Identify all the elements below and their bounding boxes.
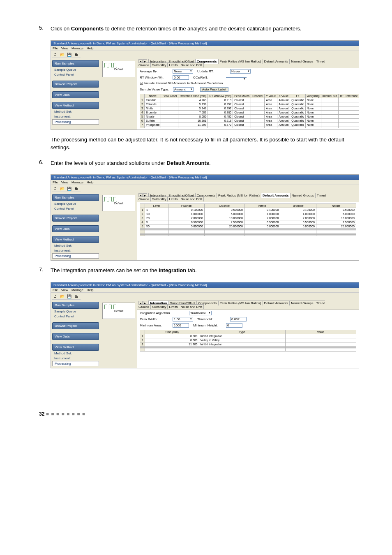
- table-row: 7Phosphate11.3990.570ClosestAreaAmountQu…: [140, 123, 359, 127]
- screenshot-integration: Standard Anions procmeth in Demo PM as S…: [51, 282, 359, 368]
- min-area-input[interactable]: 1000: [173, 323, 189, 328]
- components-table[interactable]: NamePeak LabelRetention Time (min)RT Win…: [140, 94, 359, 128]
- table-row: 4Bromide7.6030.380ClosestAreaAmountQuadr…: [140, 110, 359, 114]
- menubar[interactable]: FileViewManageHelp: [51, 180, 359, 185]
- page-footer: 32 ■ ■ ■ ■ ■ ■ ■ ■: [0, 407, 392, 417]
- thumbnail[interactable]: ⎍⎍⎍ Default: [102, 61, 135, 77]
- min-height-input[interactable]: 0: [226, 323, 242, 328]
- update-rt-select[interactable]: Never: [230, 69, 251, 74]
- item5-text: Click on Components to define the retent…: [51, 25, 359, 33]
- table-row: 110.1000000.5000000.1000000.1000000.5000…: [140, 208, 356, 212]
- item6-number: 6.: [39, 159, 51, 167]
- window-title: Standard Anions procmeth in Demo PM as S…: [51, 41, 359, 46]
- view-data-btn[interactable]: View Data: [52, 91, 99, 98]
- table-row: 450.5000002.5000000.5000000.5000002.5000…: [140, 220, 356, 224]
- menubar[interactable]: FileViewManageHelp: [51, 46, 359, 51]
- table-row: 20.000Valley to Valley: [140, 338, 356, 342]
- table-row: 3202.00000010.0000002.0000002.00000010.0…: [140, 216, 356, 220]
- table-row: 5Nitrate8.0000.400ClosestAreaAmountQuadr…: [140, 114, 359, 118]
- table-row: 1Fluoride4.2630.213ClosestAreaAmountQuad…: [140, 98, 359, 102]
- item7-number: 7.: [39, 266, 51, 275]
- run-samples-btn[interactable]: Run Samples: [52, 60, 99, 67]
- window-title: Standard Anions procmeth in Demo PM as S…: [51, 175, 359, 180]
- table-row: 5505.00000025.0000005.0000005.00000025.0…: [140, 224, 356, 229]
- control-panel-link[interactable]: Control Panel: [52, 72, 99, 77]
- default-amounts-table[interactable]: LevelFluorideChlorideNitriteBromideNitra…: [140, 204, 356, 236]
- sample-value-type-select[interactable]: Amount: [173, 87, 194, 92]
- peak-width-input[interactable]: 1.00: [173, 317, 193, 321]
- window-title: Standard Anions procmeth in Demo PM as S…: [51, 282, 359, 288]
- footer-dots: ■ ■ ■ ■ ■ ■ ■ ■: [46, 411, 85, 417]
- item7-text: The integration parameters can be set on…: [51, 266, 359, 275]
- item5-number: 5.: [39, 25, 51, 33]
- ccalref-select[interactable]: [226, 77, 247, 78]
- after-item5-text: The processing method can be adjusted la…: [51, 136, 359, 152]
- table-row: 311.700Inhibit Integration: [140, 342, 356, 346]
- item6-text: Enter the levels of your standard soluti…: [51, 159, 359, 167]
- table-row: 10.000Inhibit Integration: [140, 334, 356, 338]
- threshold-input[interactable]: 0.002: [230, 317, 247, 321]
- toolbar-icons[interactable]: 🗋 📂 💾 🖶: [52, 52, 81, 58]
- average-by-select[interactable]: None: [173, 69, 193, 74]
- table-row: 2101.0000005.0000001.0000001.0000005.000…: [140, 212, 356, 216]
- rt-window-input[interactable]: 5.00: [173, 75, 189, 80]
- integration-events-table[interactable]: Time (min)TypeValue 10.000Inhibit Integr…: [140, 330, 356, 352]
- view-method-btn[interactable]: View Method: [52, 102, 99, 109]
- tab-bar: ◂▸ IntegrationSmoothing/OffsetComponents…: [137, 59, 359, 68]
- table-row: 6Sulfate10.3610.518ClosestAreaAmountQuad…: [140, 118, 359, 123]
- table-row: 2Chloride5.1380.257ClosestAreaAmountQuad…: [140, 102, 359, 106]
- include-internal-chk[interactable]: Include Internal Std Amounts in % Amount…: [140, 81, 223, 86]
- table-row: 3Nitrite5.8490.292ClosestAreaAmountQuadr…: [140, 106, 359, 110]
- auto-peak-label-btn[interactable]: Auto Peak Label: [200, 87, 228, 92]
- browse-project-btn[interactable]: Browse Project: [52, 81, 99, 88]
- integration-algorithm-select[interactable]: Traditional: [189, 311, 212, 315]
- sample-queue-link[interactable]: Sample Queue: [52, 67, 99, 72]
- chromatogram-icon: ⎍⎍⎍: [104, 62, 134, 68]
- screenshot-default-amounts: Standard Anions procmeth in Demo PM as S…: [51, 174, 359, 261]
- screenshot-components: Standard Anions procmeth in Demo PM as S…: [51, 40, 359, 130]
- left-sidebar: Run Samples Sample Queue Control Panel B…: [51, 59, 100, 130]
- tab-default-amounts[interactable]: Default Amounts: [261, 193, 291, 198]
- page-number: 32: [39, 411, 44, 417]
